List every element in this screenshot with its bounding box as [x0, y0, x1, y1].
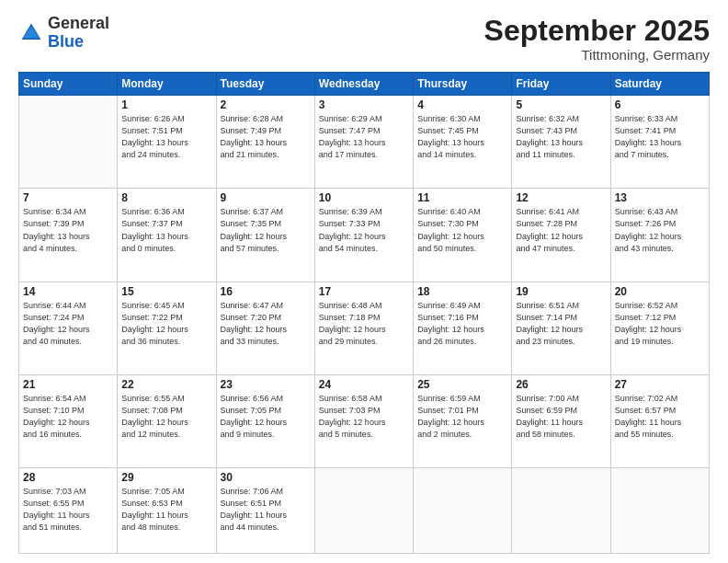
day-info: Sunrise: 6:48 AM Sunset: 7:18 PM Dayligh…: [319, 300, 409, 348]
table-row: 8Sunrise: 6:36 AM Sunset: 7:37 PM Daylig…: [118, 189, 216, 282]
day-number: 16: [221, 285, 311, 298]
table-row: 21Sunrise: 6:54 AM Sunset: 7:10 PM Dayli…: [19, 374, 118, 467]
day-number: 5: [516, 98, 606, 111]
table-row: [512, 468, 610, 554]
calendar-week-2: 14Sunrise: 6:44 AM Sunset: 7:24 PM Dayli…: [19, 282, 710, 374]
svg-marker-1: [23, 27, 40, 38]
table-row: 5Sunrise: 6:32 AM Sunset: 7:43 PM Daylig…: [512, 96, 610, 189]
day-number: 2: [221, 98, 311, 111]
col-sunday: Sunday: [19, 73, 118, 96]
table-row: 19Sunrise: 6:51 AM Sunset: 7:14 PM Dayli…: [512, 282, 610, 374]
table-row: 26Sunrise: 7:00 AM Sunset: 6:59 PM Dayli…: [512, 374, 610, 467]
day-number: 3: [319, 98, 409, 111]
table-row: [314, 468, 413, 554]
day-info: Sunrise: 7:00 AM Sunset: 6:59 PM Dayligh…: [516, 393, 606, 441]
col-monday: Monday: [118, 73, 216, 96]
day-info: Sunrise: 6:30 AM Sunset: 7:45 PM Dayligh…: [417, 113, 507, 161]
day-number: 25: [417, 378, 507, 391]
calendar-week-4: 28Sunrise: 7:03 AM Sunset: 6:55 PM Dayli…: [19, 468, 710, 554]
table-row: 1Sunrise: 6:26 AM Sunset: 7:51 PM Daylig…: [118, 96, 216, 189]
day-info: Sunrise: 6:26 AM Sunset: 7:51 PM Dayligh…: [121, 113, 211, 161]
day-info: Sunrise: 6:40 AM Sunset: 7:30 PM Dayligh…: [417, 206, 507, 254]
day-info: Sunrise: 6:41 AM Sunset: 7:28 PM Dayligh…: [516, 206, 606, 254]
logo-blue-text: Blue: [48, 32, 84, 51]
table-row: 18Sunrise: 6:49 AM Sunset: 7:16 PM Dayli…: [414, 282, 512, 374]
table-row: 23Sunrise: 6:56 AM Sunset: 7:05 PM Dayli…: [216, 374, 314, 467]
day-number: 21: [23, 378, 113, 391]
table-row: 2Sunrise: 6:28 AM Sunset: 7:49 PM Daylig…: [216, 96, 314, 189]
calendar-table: Sunday Monday Tuesday Wednesday Thursday…: [18, 72, 710, 554]
title-block: September 2025 Tittmoning, Germany: [484, 15, 710, 63]
day-number: 15: [121, 285, 211, 298]
day-number: 11: [417, 191, 507, 204]
month-title: September 2025: [484, 15, 710, 47]
day-info: Sunrise: 6:28 AM Sunset: 7:49 PM Dayligh…: [221, 113, 311, 161]
day-info: Sunrise: 6:56 AM Sunset: 7:05 PM Dayligh…: [221, 393, 311, 441]
table-row: 13Sunrise: 6:43 AM Sunset: 7:26 PM Dayli…: [610, 189, 709, 282]
day-number: 23: [221, 378, 311, 391]
table-row: 25Sunrise: 6:59 AM Sunset: 7:01 PM Dayli…: [414, 374, 512, 467]
col-friday: Friday: [512, 73, 610, 96]
day-number: 1: [121, 98, 211, 111]
day-info: Sunrise: 6:29 AM Sunset: 7:47 PM Dayligh…: [319, 113, 409, 161]
table-row: 17Sunrise: 6:48 AM Sunset: 7:18 PM Dayli…: [314, 282, 413, 374]
day-info: Sunrise: 6:45 AM Sunset: 7:22 PM Dayligh…: [121, 300, 211, 348]
logo-icon: [18, 20, 44, 46]
day-info: Sunrise: 6:37 AM Sunset: 7:35 PM Dayligh…: [221, 206, 311, 254]
table-row: 24Sunrise: 6:58 AM Sunset: 7:03 PM Dayli…: [314, 374, 413, 467]
day-info: Sunrise: 7:03 AM Sunset: 6:55 PM Dayligh…: [23, 486, 113, 534]
table-row: 7Sunrise: 6:34 AM Sunset: 7:39 PM Daylig…: [19, 189, 118, 282]
day-number: 12: [516, 191, 606, 204]
day-info: Sunrise: 6:52 AM Sunset: 7:12 PM Dayligh…: [615, 300, 705, 348]
day-info: Sunrise: 6:54 AM Sunset: 7:10 PM Dayligh…: [23, 393, 113, 441]
calendar-header-row: Sunday Monday Tuesday Wednesday Thursday…: [19, 73, 710, 96]
table-row: 27Sunrise: 7:02 AM Sunset: 6:57 PM Dayli…: [610, 374, 709, 467]
calendar-week-3: 21Sunrise: 6:54 AM Sunset: 7:10 PM Dayli…: [19, 374, 710, 467]
day-number: 20: [615, 285, 705, 298]
table-row: 22Sunrise: 6:55 AM Sunset: 7:08 PM Dayli…: [118, 374, 216, 467]
day-info: Sunrise: 7:05 AM Sunset: 6:53 PM Dayligh…: [121, 486, 211, 534]
day-info: Sunrise: 7:02 AM Sunset: 6:57 PM Dayligh…: [615, 393, 705, 441]
day-info: Sunrise: 6:43 AM Sunset: 7:26 PM Dayligh…: [615, 206, 705, 254]
table-row: [414, 468, 512, 554]
col-wednesday: Wednesday: [314, 73, 413, 96]
day-number: 6: [615, 98, 705, 111]
day-number: 19: [516, 285, 606, 298]
logo: General Blue: [18, 15, 109, 52]
day-number: 30: [221, 471, 311, 484]
table-row: 28Sunrise: 7:03 AM Sunset: 6:55 PM Dayli…: [19, 468, 118, 554]
day-number: 27: [615, 378, 705, 391]
day-number: 17: [319, 285, 409, 298]
day-info: Sunrise: 7:06 AM Sunset: 6:51 PM Dayligh…: [221, 486, 311, 534]
page: General Blue September 2025 Tittmoning, …: [0, 0, 728, 563]
col-saturday: Saturday: [610, 73, 709, 96]
day-number: 26: [516, 378, 606, 391]
table-row: 6Sunrise: 6:33 AM Sunset: 7:41 PM Daylig…: [610, 96, 709, 189]
day-number: 28: [23, 471, 113, 484]
calendar-week-0: 1Sunrise: 6:26 AM Sunset: 7:51 PM Daylig…: [19, 96, 710, 189]
day-info: Sunrise: 6:36 AM Sunset: 7:37 PM Dayligh…: [121, 206, 211, 254]
table-row: [610, 468, 709, 554]
table-row: [19, 96, 118, 189]
table-row: 10Sunrise: 6:39 AM Sunset: 7:33 PM Dayli…: [314, 189, 413, 282]
day-info: Sunrise: 6:55 AM Sunset: 7:08 PM Dayligh…: [121, 393, 211, 441]
day-info: Sunrise: 6:34 AM Sunset: 7:39 PM Dayligh…: [23, 206, 113, 254]
day-number: 9: [221, 191, 311, 204]
table-row: 29Sunrise: 7:05 AM Sunset: 6:53 PM Dayli…: [118, 468, 216, 554]
table-row: 11Sunrise: 6:40 AM Sunset: 7:30 PM Dayli…: [414, 189, 512, 282]
day-number: 18: [417, 285, 507, 298]
table-row: 30Sunrise: 7:06 AM Sunset: 6:51 PM Dayli…: [216, 468, 314, 554]
col-thursday: Thursday: [414, 73, 512, 96]
table-row: 20Sunrise: 6:52 AM Sunset: 7:12 PM Dayli…: [610, 282, 709, 374]
table-row: 14Sunrise: 6:44 AM Sunset: 7:24 PM Dayli…: [19, 282, 118, 374]
table-row: 15Sunrise: 6:45 AM Sunset: 7:22 PM Dayli…: [118, 282, 216, 374]
day-info: Sunrise: 6:44 AM Sunset: 7:24 PM Dayligh…: [23, 300, 113, 348]
location: Tittmoning, Germany: [484, 47, 710, 63]
day-number: 8: [121, 191, 211, 204]
day-number: 22: [121, 378, 211, 391]
header: General Blue September 2025 Tittmoning, …: [18, 15, 710, 63]
day-number: 4: [417, 98, 507, 111]
day-number: 14: [23, 285, 113, 298]
day-number: 7: [23, 191, 113, 204]
day-info: Sunrise: 6:58 AM Sunset: 7:03 PM Dayligh…: [319, 393, 409, 441]
